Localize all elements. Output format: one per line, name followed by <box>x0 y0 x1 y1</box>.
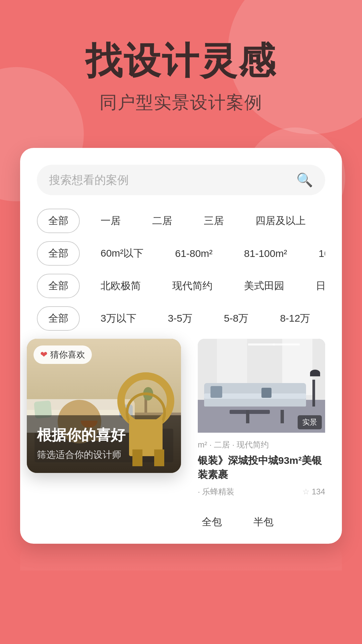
recommend-badge: ❤ 猜你喜欢 <box>34 345 92 364</box>
filter-area-61-80[interactable]: 61-80m² <box>164 243 223 264</box>
filter-budget-3-5[interactable]: 3-5万 <box>157 307 203 330</box>
filter-budget-3[interactable]: 3万以下 <box>90 307 147 330</box>
right-card-meta: · 乐蜂精装 ☆ 134 <box>198 486 325 497</box>
filter-budget-5-8[interactable]: 5-8万 <box>213 307 259 330</box>
filter-area-60[interactable]: 60m²以下 <box>90 242 154 265</box>
content-area: ❤ 猜你喜欢 根据你的喜好 筛选适合你的设计师 <box>37 339 325 504</box>
filter-modern[interactable]: 现代简约 <box>162 274 223 298</box>
filter-3bed[interactable]: 三居 <box>193 209 235 232</box>
filter-full-package[interactable]: 全包 <box>191 511 233 534</box>
search-icon[interactable]: 🔍 <box>296 172 313 188</box>
card-reflection <box>20 544 342 571</box>
right-card-title: 银装》深城投中城93m²美银装素裹 <box>198 453 325 482</box>
filter-row-area: 全部 60m²以下 61-80m² 81-100m² 101-120m² <box>37 241 325 266</box>
package-filter-row: 全包 半包 <box>191 504 325 544</box>
filter-2bed[interactable]: 二居 <box>141 209 183 232</box>
search-bar[interactable]: 搜索想看的案例 🔍 <box>37 165 325 195</box>
filter-row-budget: 全部 3万以下 3-5万 5-8万 8-12万 12-18万 <box>37 306 325 331</box>
filter-japanese[interactable]: 日式 <box>305 274 325 298</box>
filter-4bed-plus[interactable]: 四居及以上 <box>245 209 316 232</box>
filter-american[interactable]: 美式田园 <box>233 274 295 298</box>
filter-all-style[interactable]: 全部 <box>37 274 80 298</box>
filter-1bed[interactable]: 一居 <box>90 209 131 232</box>
filter-budget-8-12[interactable]: 8-12万 <box>269 307 321 330</box>
star-count: 134 <box>312 487 325 496</box>
filter-all-room[interactable]: 全部 <box>37 209 80 233</box>
floating-recommend-card[interactable]: ❤ 猜你喜欢 根据你的喜好 筛选适合你的设计师 <box>27 339 181 473</box>
hero-section: 找设计灵感 同户型实景设计案例 <box>0 0 362 135</box>
right-card-author: · 乐蜂精装 <box>198 486 234 497</box>
right-card-tags: m² · 二居 · 现代简约 <box>198 439 325 450</box>
filter-nordic[interactable]: 北欧极简 <box>90 274 152 298</box>
right-card-stars: ☆ 134 <box>302 487 325 496</box>
star-icon: ☆ <box>302 487 310 496</box>
search-placeholder: 搜索想看的案例 <box>49 172 296 188</box>
hero-title: 找设计灵感 <box>27 40 335 81</box>
real-estate-badge: 实景 <box>298 415 322 429</box>
filter-row-style: 全部 北欧极简 现代简约 美式田园 日式 中式现代 <box>37 274 325 298</box>
filter-half-package[interactable]: 半包 <box>243 511 284 534</box>
recommend-badge-text: 猜你喜欢 <box>50 349 85 361</box>
main-card: 搜索想看的案例 🔍 全部 一居 二居 三居 四居及以上 复式 样板间 全部 60… <box>20 148 342 544</box>
right-card-info: m² · 二居 · 现代简约 银装》深城投中城93m²美银装素裹 · 乐蜂精装 … <box>198 433 325 504</box>
filter-area-101-120[interactable]: 101-120m² <box>308 243 325 264</box>
hero-subtitle: 同户型实景设计案例 <box>27 91 335 114</box>
filter-all-budget[interactable]: 全部 <box>37 306 80 331</box>
heart-icon: ❤ <box>40 350 48 360</box>
filter-all-area[interactable]: 全部 <box>37 241 80 266</box>
right-card[interactable]: 实景 m² · 二居 · 现代简约 银装》深城投中城93m²美银装素裹 · 乐蜂… <box>191 339 325 504</box>
filter-area-81-100[interactable]: 81-100m² <box>233 243 298 264</box>
right-card-image: 实景 <box>198 339 325 433</box>
filter-row-room-type: 全部 一居 二居 三居 四居及以上 复式 样板间 <box>37 209 325 233</box>
